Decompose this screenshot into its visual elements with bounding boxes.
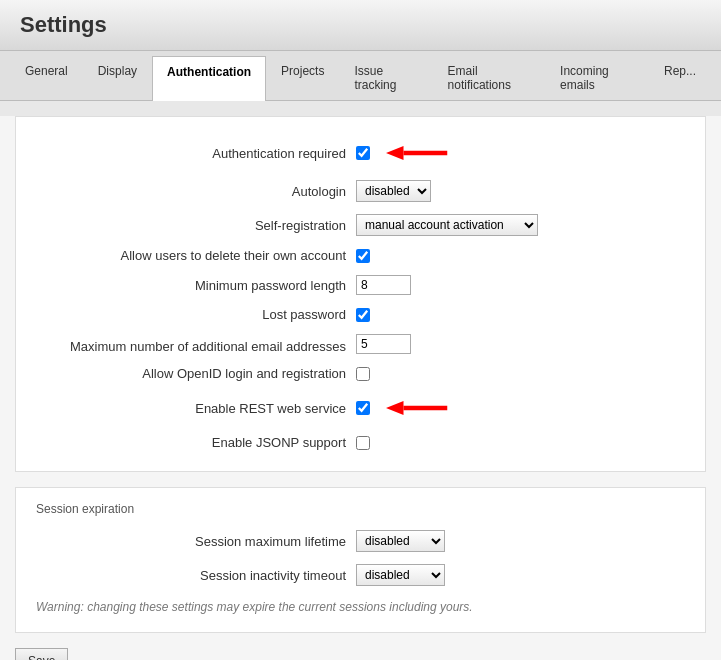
session-section: Session expiration Session maximum lifet…: [15, 487, 706, 633]
self-registration-control: manual account activation automatic acco…: [356, 214, 538, 236]
min-password-row: Minimum password length: [16, 269, 705, 301]
lost-password-checkbox[interactable]: [356, 308, 370, 322]
lost-password-row: Lost password: [16, 301, 705, 328]
authentication-section: Authentication required Autologin disabl…: [15, 116, 706, 472]
autologin-control: disabled 1 day 7 days 30 days: [356, 180, 431, 202]
svg-marker-1: [386, 146, 404, 160]
autologin-label: Autologin: [36, 184, 356, 199]
authentication-required-checkbox[interactable]: [356, 146, 370, 160]
lost-password-label: Lost password: [36, 307, 356, 322]
tab-authentication[interactable]: Authentication: [152, 56, 266, 101]
session-max-label: Session maximum lifetime: [36, 534, 356, 549]
allow-delete-row: Allow users to delete their own account: [16, 242, 705, 269]
jsonp-row: Enable JSONP support: [16, 429, 705, 456]
session-max-row: Session maximum lifetime disabled 10 min…: [16, 524, 705, 558]
allow-delete-label: Allow users to delete their own account: [36, 248, 356, 263]
session-section-title: Session expiration: [16, 498, 705, 524]
jsonp-checkbox[interactable]: [356, 436, 370, 450]
tab-email-notifications[interactable]: Email notifications: [433, 55, 545, 100]
save-button[interactable]: Save: [15, 648, 68, 660]
arrow-authentication-icon: [386, 138, 456, 168]
authentication-required-row: Authentication required: [16, 132, 705, 174]
lost-password-control: [356, 308, 370, 322]
main-content: Authentication required Autologin disabl…: [0, 116, 721, 660]
rest-label: Enable REST web service: [36, 401, 356, 416]
max-email-input[interactable]: [356, 334, 411, 354]
authentication-required-label: Authentication required: [36, 146, 356, 161]
session-inactivity-select[interactable]: disabled 10 minutes 30 minutes 1 hour: [356, 564, 445, 586]
tab-incoming-emails[interactable]: Incoming emails: [545, 55, 649, 100]
session-inactivity-control: disabled 10 minutes 30 minutes 1 hour: [356, 564, 445, 586]
session-inactivity-label: Session inactivity timeout: [36, 568, 356, 583]
autologin-select[interactable]: disabled 1 day 7 days 30 days: [356, 180, 431, 202]
self-registration-label: Self-registration: [36, 218, 356, 233]
allow-delete-checkbox[interactable]: [356, 249, 370, 263]
tab-rep[interactable]: Rep...: [649, 55, 711, 100]
authentication-required-control: [356, 138, 456, 168]
autologin-row: Autologin disabled 1 day 7 days 30 days: [16, 174, 705, 208]
tab-issue-tracking[interactable]: Issue tracking: [339, 55, 432, 100]
session-inactivity-row: Session inactivity timeout disabled 10 m…: [16, 558, 705, 592]
page-header: Settings: [0, 0, 721, 51]
openid-label: Allow OpenID login and registration: [36, 366, 356, 381]
tab-display[interactable]: Display: [83, 55, 152, 100]
jsonp-label: Enable JSONP support: [36, 435, 356, 450]
max-email-row: Maximum number of additional email addre…: [16, 328, 705, 360]
arrow-rest-icon: [386, 393, 456, 423]
self-registration-row: Self-registration manual account activat…: [16, 208, 705, 242]
self-registration-select[interactable]: manual account activation automatic acco…: [356, 214, 538, 236]
openid-control: [356, 367, 370, 381]
tab-general[interactable]: General: [10, 55, 83, 100]
rest-row: Enable REST web service: [16, 387, 705, 429]
min-password-control: [356, 275, 411, 295]
openid-row: Allow OpenID login and registration: [16, 360, 705, 387]
page-title: Settings: [20, 12, 701, 38]
jsonp-control: [356, 436, 370, 450]
max-email-label: Maximum number of additional email addre…: [36, 339, 356, 354]
rest-checkbox[interactable]: [356, 401, 370, 415]
max-email-control: [356, 334, 411, 354]
session-max-select[interactable]: disabled 10 minutes 30 minutes 1 hour: [356, 530, 445, 552]
min-password-input[interactable]: [356, 275, 411, 295]
tabs-bar: General Display Authentication Projects …: [0, 51, 721, 101]
session-max-control: disabled 10 minutes 30 minutes 1 hour: [356, 530, 445, 552]
svg-marker-3: [386, 401, 404, 415]
rest-control: [356, 393, 456, 423]
min-password-label: Minimum password length: [36, 278, 356, 293]
session-warning: Warning: changing these settings may exp…: [16, 592, 705, 622]
tab-projects[interactable]: Projects: [266, 55, 339, 100]
allow-delete-control: [356, 249, 370, 263]
openid-checkbox[interactable]: [356, 367, 370, 381]
